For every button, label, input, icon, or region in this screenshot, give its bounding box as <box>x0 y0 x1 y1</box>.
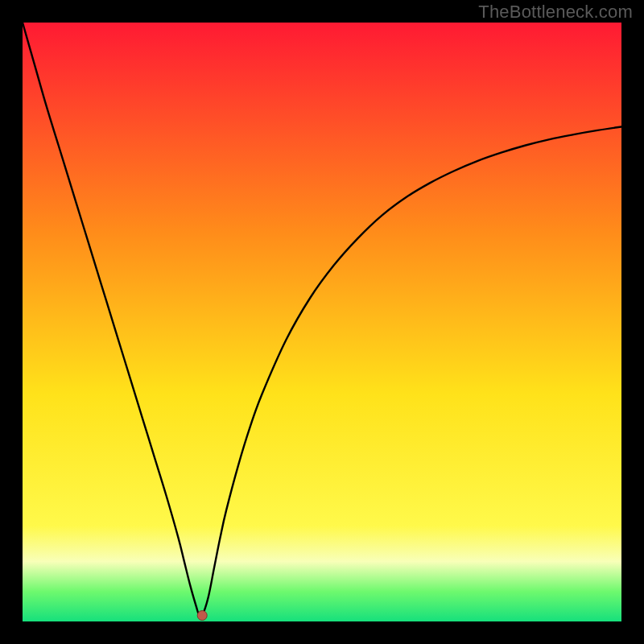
bottleneck-chart <box>23 23 621 621</box>
chart-frame: TheBottleneck.com <box>0 0 644 644</box>
plot-area <box>23 23 621 621</box>
watermark-text: TheBottleneck.com <box>478 2 633 23</box>
optimum-marker <box>197 611 207 621</box>
